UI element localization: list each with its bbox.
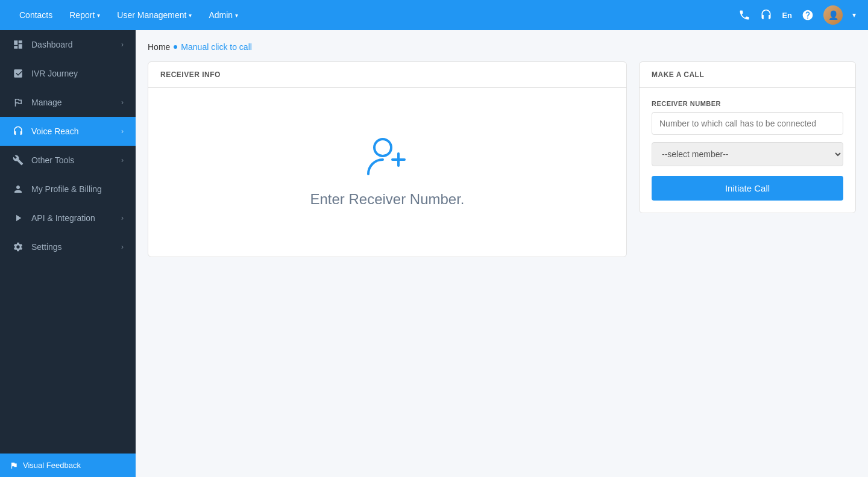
- manage-icon: [12, 96, 24, 108]
- receiver-info-header: RECEIVER INFO: [148, 62, 626, 88]
- breadcrumb-separator: [174, 45, 177, 49]
- empty-state-text: Enter Receiver Number.: [310, 191, 464, 208]
- voice-reach-icon: [12, 125, 24, 137]
- visual-feedback-label: Visual Feedback: [23, 461, 81, 470]
- initiate-call-button[interactable]: Initiate Call: [652, 176, 843, 201]
- settings-chevron: ›: [121, 243, 124, 251]
- flag-icon: [10, 461, 18, 470]
- dashboard-icon: [12, 39, 24, 51]
- sidebar-item-voice-reach[interactable]: Voice Reach ›: [0, 117, 136, 146]
- help-icon[interactable]: [802, 9, 814, 21]
- sidebar-item-other-tools[interactable]: Other Tools ›: [0, 146, 136, 175]
- receiver-number-label: RECEIVER NUMBER: [652, 100, 843, 107]
- add-user-icon: [363, 137, 412, 181]
- sidebar-item-dashboard-label: Dashboard: [31, 40, 114, 49]
- sidebar-item-manage-label: Manage: [31, 98, 114, 107]
- nav-report[interactable]: Report ▾: [62, 5, 107, 25]
- sidebar-item-api-label: API & Integration: [31, 213, 114, 223]
- breadcrumb-home: Home: [148, 42, 170, 52]
- sidebar: Dashboard › IVR Journey Manage › Voice R…: [0, 30, 136, 477]
- api-chevron: ›: [121, 214, 124, 222]
- sidebar-item-my-profile[interactable]: My Profile & Billing: [0, 175, 136, 204]
- receiver-info-body: Enter Receiver Number.: [148, 88, 626, 257]
- nav-admin[interactable]: Admin ▾: [201, 5, 245, 25]
- sidebar-item-voice-reach-label: Voice Reach: [31, 126, 114, 136]
- ivr-journey-icon: [12, 67, 24, 80]
- my-profile-icon: [12, 183, 24, 195]
- sidebar-item-ivr-journey[interactable]: IVR Journey: [0, 59, 136, 88]
- sidebar-item-api-integration[interactable]: API & Integration ›: [0, 204, 136, 232]
- admin-dropdown-arrow: ▾: [235, 12, 238, 19]
- phone-icon[interactable]: [738, 9, 750, 21]
- member-select[interactable]: --select member--: [652, 142, 843, 166]
- language-icon[interactable]: En: [782, 11, 792, 20]
- voice-reach-chevron: ›: [121, 127, 124, 136]
- dashboard-chevron: ›: [121, 40, 124, 49]
- nav-right: En 👤 ▾: [738, 5, 856, 25]
- sidebar-item-dashboard[interactable]: Dashboard ›: [0, 30, 136, 59]
- nav-contacts[interactable]: Contacts: [12, 5, 60, 25]
- make-call-card: MAKE A CALL RECEIVER NUMBER --select mem…: [639, 61, 856, 213]
- receiver-number-input[interactable]: [652, 112, 843, 135]
- sidebar-item-other-tools-label: Other Tools: [31, 155, 114, 165]
- sidebar-item-my-profile-label: My Profile & Billing: [31, 184, 124, 194]
- other-tools-icon: [12, 154, 24, 166]
- sidebar-item-settings-label: Settings: [31, 242, 114, 252]
- nav-user-management[interactable]: User Management ▾: [110, 5, 199, 25]
- breadcrumb: Home Manual click to call: [148, 42, 856, 52]
- make-call-body: RECEIVER NUMBER --select member-- Initia…: [640, 88, 855, 213]
- make-call-header: MAKE A CALL: [640, 62, 855, 88]
- visual-feedback-button[interactable]: Visual Feedback: [0, 454, 136, 477]
- sidebar-item-ivr-label: IVR Journey: [31, 69, 124, 78]
- manage-chevron: ›: [121, 98, 124, 107]
- report-dropdown-arrow: ▾: [97, 12, 100, 19]
- sidebar-item-settings[interactable]: Settings ›: [0, 232, 136, 261]
- top-nav: Contacts Report ▾ User Management ▾ Admi…: [0, 0, 868, 30]
- receiver-info-card: RECEIVER INFO Ent: [148, 61, 627, 257]
- user-management-dropdown-arrow: ▾: [189, 12, 192, 19]
- content-area: Home Manual click to call RECEIVER INFO: [136, 30, 868, 477]
- sidebar-item-manage[interactable]: Manage ›: [0, 88, 136, 117]
- breadcrumb-current: Manual click to call: [181, 42, 252, 52]
- avatar[interactable]: 👤: [823, 5, 843, 25]
- main-layout: Dashboard › IVR Journey Manage › Voice R…: [0, 30, 868, 477]
- content-grid: RECEIVER INFO Ent: [148, 61, 856, 257]
- api-integration-icon: [12, 212, 24, 224]
- user-dropdown-arrow[interactable]: ▾: [852, 11, 856, 19]
- other-tools-chevron: ›: [121, 156, 124, 164]
- headset-icon[interactable]: [760, 9, 772, 21]
- svg-point-0: [374, 139, 391, 156]
- settings-icon: [12, 241, 24, 253]
- nav-links: Contacts Report ▾ User Management ▾ Admi…: [12, 5, 738, 25]
